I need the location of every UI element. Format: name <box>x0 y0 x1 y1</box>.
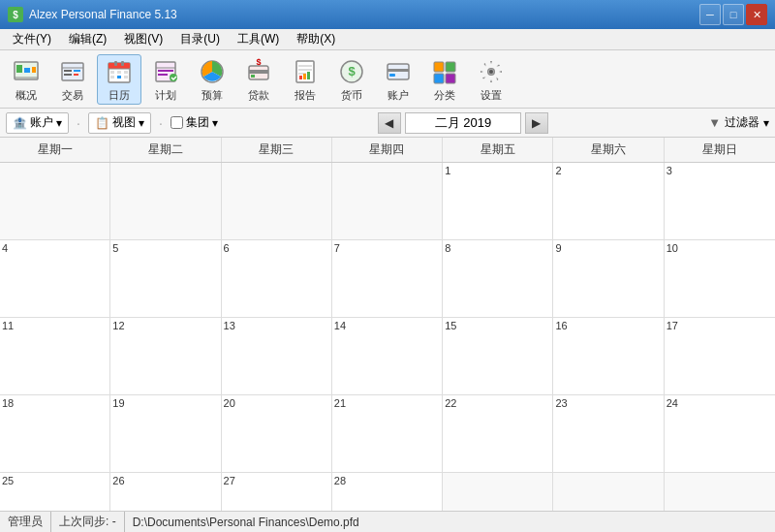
menu-item-视图(V)[interactable]: 视图(V) <box>115 28 171 50</box>
toolbar: 概况交易日历计划预算$贷款报告$货币账户分类设置 <box>0 50 775 109</box>
toolbar-btn-transaction[interactable]: 交易 <box>50 54 95 105</box>
calendar-cell[interactable]: 5 <box>110 240 221 318</box>
svg-rect-37 <box>303 74 306 79</box>
filter-label: 过滤器 <box>725 114 760 131</box>
toolbar-btn-label-currency: 货币 <box>341 89 362 101</box>
day-number: 3 <box>666 165 773 176</box>
calendar-cell[interactable]: 23 <box>553 395 664 473</box>
calendar-cell[interactable]: 22 <box>443 395 553 473</box>
calendar-cell[interactable]: 19 <box>110 395 221 473</box>
toolbar-btn-settings[interactable]: 设置 <box>469 54 513 105</box>
day-number: 21 <box>334 397 440 409</box>
calendar-cell[interactable]: 1 <box>443 163 553 240</box>
svg-rect-29 <box>249 70 268 74</box>
calendar-cell[interactable]: 16 <box>553 318 664 395</box>
calendar-cell[interactable]: 10 <box>665 240 775 318</box>
calendar-cell[interactable]: 24 <box>665 395 775 473</box>
svg-rect-36 <box>299 76 302 79</box>
menu-item-编辑(Z)[interactable]: 编辑(Z) <box>60 28 115 50</box>
day-number: 27 <box>224 475 329 486</box>
report-icon <box>290 57 321 88</box>
view-label: 视图 <box>112 114 136 131</box>
filter-dropdown[interactable]: ▼ 过滤器 ▾ <box>708 114 769 131</box>
toolbar-btn-account[interactable]: 账户 <box>376 54 420 105</box>
filter-chevron-icon: ▾ <box>763 116 769 130</box>
calendar-cell[interactable]: 27 <box>222 473 332 511</box>
day-number: 28 <box>334 475 440 486</box>
calendar-cell[interactable]: 12 <box>110 318 221 395</box>
svg-rect-8 <box>64 74 72 76</box>
svg-rect-47 <box>446 74 455 83</box>
calendar-cell[interactable]: 4 <box>0 240 110 318</box>
settings-icon <box>476 57 507 88</box>
svg-rect-33 <box>298 65 312 67</box>
toolbar-btn-calendar[interactable]: 日历 <box>97 54 141 105</box>
group-checkbox-label[interactable]: 集团 ▾ <box>170 114 218 131</box>
toolbar-btn-loan[interactable]: $贷款 <box>236 54 281 105</box>
calendar-cell[interactable]: 11 <box>0 318 110 395</box>
day-number: 22 <box>445 397 550 409</box>
menu-item-工具(W)[interactable]: 工具(W) <box>229 28 288 50</box>
calendar-cell[interactable]: 9 <box>553 240 664 318</box>
toolbar-btn-overview[interactable]: 概况 <box>4 54 48 105</box>
view-dropdown[interactable]: 📋 视图 ▾ <box>88 112 151 134</box>
toolbar-btn-category[interactable]: 分类 <box>422 54 467 105</box>
prev-month-button[interactable]: ◀ <box>378 112 401 134</box>
prev-arrow-icon: ◀ <box>385 116 393 130</box>
title-bar: $ Alzex Personal Finance 5.13 ─ □ ✕ <box>0 0 775 29</box>
calendar-cell[interactable]: 15 <box>443 318 553 395</box>
svg-text:$: $ <box>348 64 356 78</box>
calendar-cell[interactable]: 14 <box>332 318 443 395</box>
calendar-cell[interactable]: 25 <box>0 473 110 511</box>
svg-rect-1 <box>16 65 22 73</box>
svg-rect-21 <box>124 76 128 78</box>
status-filepath: D:\Documents\Personal Finances\Demo.pfd <box>125 512 367 532</box>
weekday-header: 星期日 <box>665 138 775 162</box>
toolbar-btn-budget[interactable]: 预算 <box>190 54 234 105</box>
day-number: 10 <box>666 242 773 254</box>
filter-icon: ▼ <box>708 115 721 130</box>
calendar-cell[interactable]: 13 <box>222 318 332 395</box>
calendar-cell[interactable]: 18 <box>0 395 110 473</box>
svg-rect-42 <box>388 69 409 72</box>
calendar-cell[interactable]: 6 <box>222 240 332 318</box>
toolbar-btn-label-report: 报告 <box>294 89 316 101</box>
calendar-cell[interactable]: 3 <box>665 163 775 240</box>
minimize-button[interactable]: ─ <box>699 4 721 25</box>
group-checkbox[interactable] <box>170 116 183 129</box>
menu-item-文件(Y)[interactable]: 文件(Y) <box>4 28 60 50</box>
menu-item-目录(U)[interactable]: 目录(U) <box>171 28 229 50</box>
status-filepath-text: D:\Documents\Personal Finances\Demo.pfd <box>133 516 359 529</box>
maximize-button[interactable]: □ <box>723 4 744 25</box>
day-number: 11 <box>2 320 108 331</box>
toolbar-btn-label-plan: 计划 <box>155 89 176 101</box>
calendar-cell[interactable]: 21 <box>332 395 443 473</box>
toolbar-btn-currency[interactable]: $货币 <box>329 54 374 105</box>
toolbar-btn-label-budget: 预算 <box>202 89 223 101</box>
category-icon <box>429 57 460 88</box>
calendar-cell[interactable]: 26 <box>110 473 221 511</box>
calendar-cell[interactable]: 28 <box>332 473 443 511</box>
svg-rect-12 <box>108 63 130 69</box>
account-dropdown[interactable]: 🏦 账户 ▾ <box>6 112 69 134</box>
calendar-cell[interactable]: 20 <box>222 395 332 473</box>
month-display: 二月 2019 <box>405 112 521 134</box>
calendar-cell[interactable]: 7 <box>332 240 443 318</box>
day-number: 25 <box>2 475 108 486</box>
menu-item-帮助(X)[interactable]: 帮助(X) <box>288 28 344 50</box>
nav-separator-1: · <box>75 115 82 131</box>
calendar-icon <box>104 57 135 88</box>
budget-icon <box>197 57 228 88</box>
day-number: 23 <box>555 397 661 409</box>
weekday-header: 星期三 <box>222 138 332 162</box>
day-number: 9 <box>555 242 661 254</box>
calendar-body: 1234567891011121314151617181920212223242… <box>0 163 775 511</box>
day-number: 17 <box>666 320 773 331</box>
close-button[interactable]: ✕ <box>746 4 767 25</box>
toolbar-btn-report[interactable]: 报告 <box>283 54 327 105</box>
calendar-cell[interactable]: 2 <box>553 163 664 240</box>
calendar-cell[interactable]: 8 <box>443 240 553 318</box>
calendar-cell[interactable]: 17 <box>665 318 775 395</box>
toolbar-btn-plan[interactable]: 计划 <box>143 54 188 105</box>
next-month-button[interactable]: ▶ <box>525 112 548 134</box>
